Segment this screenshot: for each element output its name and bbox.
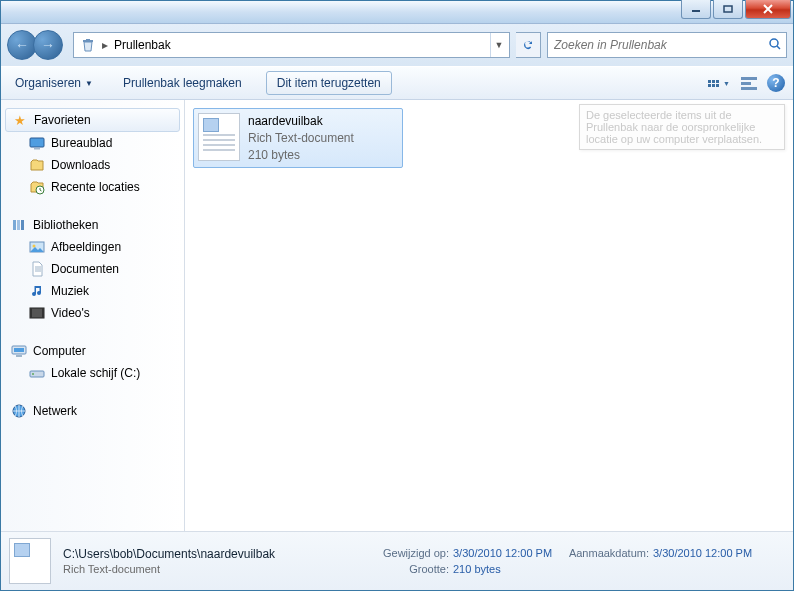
- organize-menu[interactable]: Organiseren ▼: [9, 73, 99, 93]
- libraries-icon: [11, 217, 27, 233]
- details-size: 210 bytes: [453, 563, 501, 575]
- svg-rect-4: [30, 138, 44, 147]
- refresh-button[interactable]: [516, 32, 541, 58]
- search-box[interactable]: [547, 32, 787, 58]
- file-item-selected[interactable]: naardevuilbak Rich Text-document 210 byt…: [193, 108, 403, 168]
- file-name: naardevuilbak: [248, 113, 354, 130]
- details-modified-label: Gewijzigd op:: [363, 547, 449, 559]
- sidebar-item-videos[interactable]: Video's: [5, 302, 180, 324]
- nav-buttons: ← →: [7, 30, 67, 60]
- maximize-button[interactable]: [713, 0, 743, 19]
- svg-rect-2: [83, 40, 93, 42]
- chevron-down-icon: ▼: [85, 79, 93, 88]
- body: ★Favorieten Bureaublad Downloads Recente…: [1, 100, 793, 531]
- sidebar-item-desktop[interactable]: Bureaublad: [5, 132, 180, 154]
- svg-rect-8: [17, 220, 20, 230]
- music-icon: [29, 283, 45, 299]
- help-button[interactable]: ?: [767, 74, 785, 92]
- address-bar[interactable]: ▸ Prullenbak ▼: [73, 32, 510, 58]
- svg-rect-13: [30, 308, 32, 318]
- computer-icon: [11, 343, 27, 359]
- sidebar-libraries-header[interactable]: Bibliotheken: [5, 214, 180, 236]
- sidebar-item-drive-c[interactable]: Lokale schijf (C:): [5, 362, 180, 384]
- network-icon: [11, 403, 27, 419]
- downloads-icon: [29, 157, 45, 173]
- arrow-right-icon: →: [41, 38, 55, 52]
- close-button[interactable]: [745, 0, 791, 19]
- command-bar: Organiseren ▼ Prullenbak leegmaken Dit i…: [1, 66, 793, 100]
- details-modified: 3/30/2010 12:00 PM: [453, 547, 552, 559]
- navigation-bar: ← → ▸ Prullenbak ▼: [1, 24, 793, 66]
- search-input[interactable]: [552, 37, 768, 53]
- arrow-left-icon: ←: [15, 38, 29, 52]
- svg-rect-9: [21, 220, 24, 230]
- svg-rect-16: [14, 348, 24, 352]
- sidebar-favorites-header[interactable]: ★Favorieten: [5, 108, 180, 132]
- svg-rect-0: [692, 10, 700, 12]
- details-path: C:\Users\bob\Documents\naardevuilbak: [63, 547, 363, 561]
- view-options-button[interactable]: ▼: [707, 71, 731, 95]
- sidebar-computer-header[interactable]: Computer: [5, 340, 180, 362]
- recent-icon: [29, 179, 45, 195]
- breadcrumb-sep-icon: ▸: [100, 38, 110, 52]
- svg-rect-12: [30, 308, 44, 318]
- navigation-pane[interactable]: ★Favorieten Bureaublad Downloads Recente…: [1, 100, 185, 531]
- drive-icon: [29, 365, 45, 381]
- svg-point-19: [32, 373, 34, 375]
- explorer-window: ← → ▸ Prullenbak ▼ Organiseren ▼ Prullen…: [0, 0, 794, 591]
- videos-icon: [29, 305, 45, 321]
- svg-rect-17: [16, 355, 22, 357]
- svg-point-3: [770, 39, 778, 47]
- recycle-bin-icon: [80, 37, 96, 53]
- file-list[interactable]: naardevuilbak Rich Text-document 210 byt…: [185, 100, 793, 531]
- sidebar-item-downloads[interactable]: Downloads: [5, 154, 180, 176]
- star-icon: ★: [12, 112, 28, 128]
- rtf-file-icon: [9, 538, 51, 584]
- chevron-down-icon: ▼: [723, 80, 730, 87]
- tooltip: De geselecteerde items uit de Prullenbak…: [579, 104, 785, 150]
- refresh-icon: [521, 38, 535, 52]
- empty-recycle-bin-button[interactable]: Prullenbak leegmaken: [117, 73, 248, 93]
- file-size: 210 bytes: [248, 147, 354, 164]
- file-type: Rich Text-document: [248, 130, 354, 147]
- details-created-label: Aanmaakdatum:: [563, 547, 649, 559]
- preview-pane-button[interactable]: [739, 73, 759, 93]
- rtf-file-icon: [198, 113, 240, 161]
- svg-rect-14: [42, 308, 44, 318]
- minimize-button[interactable]: [681, 0, 711, 19]
- breadcrumb[interactable]: Prullenbak: [110, 36, 175, 54]
- sidebar-item-recent[interactable]: Recente locaties: [5, 176, 180, 198]
- details-type: Rich Text-document: [63, 563, 363, 575]
- svg-rect-5: [34, 148, 40, 150]
- details-pane: C:\Users\bob\Documents\naardevuilbak Gew…: [1, 531, 793, 590]
- sidebar-network-header[interactable]: Netwerk: [5, 400, 180, 422]
- pictures-icon: [29, 239, 45, 255]
- restore-item-button[interactable]: Dit item terugzetten: [266, 71, 392, 95]
- titlebar[interactable]: [1, 1, 793, 24]
- forward-button[interactable]: →: [33, 30, 63, 60]
- thumbnails-icon: [708, 80, 719, 87]
- sidebar-item-documents[interactable]: Documenten: [5, 258, 180, 280]
- desktop-icon: [29, 135, 45, 151]
- sidebar-item-music[interactable]: Muziek: [5, 280, 180, 302]
- svg-rect-1: [724, 6, 732, 12]
- search-icon: [768, 37, 782, 54]
- chevron-down-icon: ▼: [495, 40, 504, 50]
- preview-pane-icon: [741, 77, 757, 90]
- details-created: 3/30/2010 12:00 PM: [653, 547, 752, 559]
- documents-icon: [29, 261, 45, 277]
- address-dropdown[interactable]: ▼: [490, 33, 507, 57]
- sidebar-item-pictures[interactable]: Afbeeldingen: [5, 236, 180, 258]
- details-size-label: Grootte:: [363, 563, 449, 575]
- svg-rect-7: [13, 220, 16, 230]
